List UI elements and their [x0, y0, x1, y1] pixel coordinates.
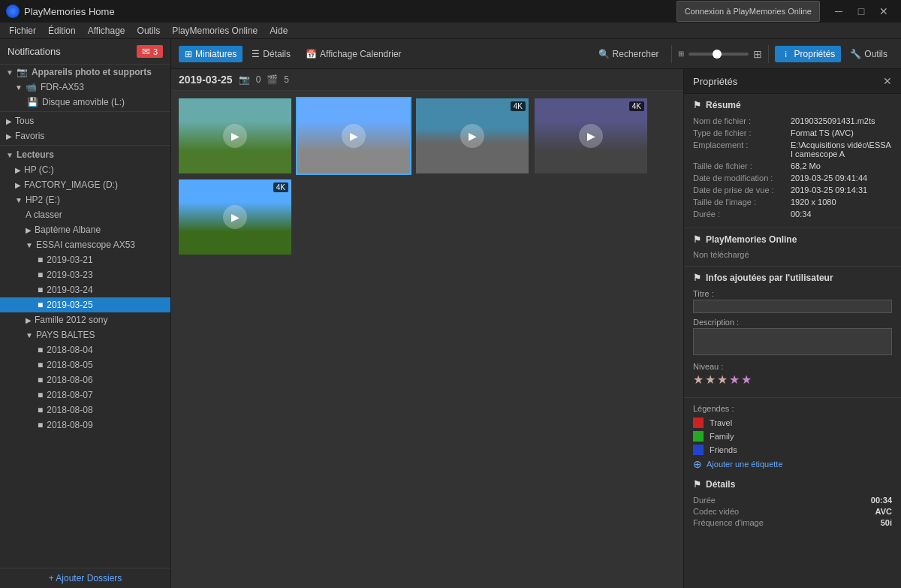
title-bar-right: Connexion à PlayMemories Online ─ □ ✕	[677, 1, 895, 22]
pays-date2-label: 2018-08-05	[47, 360, 92, 370]
search-button[interactable]: 🔍 Rechercher	[592, 46, 665, 62]
play-button-4[interactable]: ▶	[579, 124, 603, 148]
sidebar-item-factory[interactable]: ▶ FACTORY_IMAGE (D:)	[0, 177, 170, 192]
thumbnail-2[interactable]: ▶	[296, 97, 411, 175]
legend-friends[interactable]: Friends	[693, 445, 892, 455]
details-button[interactable]: ☰ Détails	[246, 46, 297, 62]
play-button-1[interactable]: ▶	[223, 124, 247, 148]
chevron-down-icon: ▼	[6, 151, 14, 159]
sidebar-item-disk[interactable]: 💾 Disque amovible (L:)	[0, 95, 170, 110]
star-1[interactable]: ★	[693, 372, 704, 387]
file-size-value: 68,2 Mo	[791, 161, 821, 170]
sidebar-item-date3[interactable]: ■ 2019-03-24	[0, 282, 170, 297]
zoom-slider[interactable]: ⊞ ⊞	[678, 48, 762, 60]
menu-playmemories[interactable]: PlayMemories Online	[166, 24, 264, 38]
calendar-icon: 📅	[306, 49, 317, 59]
star-5[interactable]: ★	[741, 372, 752, 387]
sidebar-item-a-classer[interactable]: A classer	[0, 207, 170, 222]
sidebar-item-lecteurs[interactable]: ▼ Lecteurs	[0, 147, 170, 162]
grid-large-icon: ⊞	[753, 48, 762, 60]
sidebar-item-pays-date1[interactable]: ■ 2018-08-04	[0, 342, 170, 357]
sidebar-item-bapteme[interactable]: ▶ Baptème Albane	[0, 222, 170, 237]
legend-family[interactable]: Family	[693, 431, 892, 442]
thumbnail-4[interactable]: ▶ 4K	[533, 97, 649, 175]
sidebar-item-date1[interactable]: ■ 2019-03-21	[0, 252, 170, 267]
add-tag-button[interactable]: ⊕ Ajouter une étiquette	[693, 458, 892, 470]
stars-rating[interactable]: ★ ★ ★ ★ ★	[693, 372, 892, 387]
sidebar-item-hp2[interactable]: ▼ HP2 (E:)	[0, 192, 170, 207]
date-label: 2019-03-25	[179, 74, 233, 86]
calendrier-button[interactable]: 📅 Affichage Calendrier	[300, 46, 408, 62]
sidebar-item-pays[interactable]: ▼ PAYS BALTES	[0, 327, 170, 342]
close-button[interactable]: ✕	[872, 1, 895, 22]
sidebar-item-pays-date3[interactable]: ■ 2018-08-06	[0, 372, 170, 387]
badge-4k-4: 4K	[629, 101, 644, 111]
add-folder-button[interactable]: + Ajouter Dossiers	[0, 568, 170, 588]
sidebar-item-devices[interactable]: ▼ 📷 Appareils photo et supports	[0, 65, 170, 80]
sidebar-item-famille[interactable]: ▶ Famille 2012 sony	[0, 312, 170, 327]
connect-button[interactable]: Connexion à PlayMemories Online	[677, 1, 820, 22]
sidebar-item-pays-date6[interactable]: ■ 2018-08-09	[0, 418, 170, 433]
legend-travel[interactable]: Travel	[693, 418, 892, 428]
maximize-button[interactable]: □	[850, 1, 872, 22]
camera-count: 0	[256, 74, 261, 85]
menu-fichier[interactable]: Fichier	[3, 24, 42, 38]
niveau-label: Niveau :	[693, 362, 892, 371]
menu-outils[interactable]: Outils	[131, 24, 167, 38]
play-button-3[interactable]: ▶	[460, 124, 484, 148]
chevron-down-icon: ▼	[26, 241, 33, 249]
sidebar-item-favoris[interactable]: ▶ Favoris	[0, 128, 170, 143]
properties-button[interactable]: i Propriétés	[775, 46, 842, 62]
zoom-track[interactable]	[689, 53, 749, 56]
minimize-button[interactable]: ─	[827, 1, 850, 22]
sidebar-item-tous[interactable]: ▶ Tous	[0, 113, 170, 128]
sidebar-item-date2[interactable]: ■ 2019-03-23	[0, 267, 170, 282]
sidebar-item-pays-date5[interactable]: ■ 2018-08-08	[0, 403, 170, 418]
location-value: E:\Acquisitions vidéo\ESSAI camescope A	[791, 140, 892, 158]
pays-date4-label: 2018-08-07	[47, 390, 92, 400]
sidebar-item-essai[interactable]: ▼ ESSAI camescope AX53	[0, 237, 170, 252]
tools-icon: 🔧	[850, 49, 861, 59]
menu-aide[interactable]: Aide	[264, 24, 294, 38]
star-3[interactable]: ★	[717, 372, 728, 387]
main-layout: Notifications ✉ 3 ▼ 📷 Appareils photo et…	[0, 39, 901, 588]
separator	[768, 45, 769, 63]
thumbnail-1[interactable]: ▶	[177, 97, 293, 175]
thumbnail-5[interactable]: ▶ 4K	[177, 178, 293, 256]
sidebar-item-fdr[interactable]: ▼ 📹 FDR-AX53	[0, 80, 170, 95]
play-button-5[interactable]: ▶	[223, 205, 247, 229]
playmemories-section: ⚑ PlayMemories Online Non téléchargé	[684, 228, 901, 267]
zoom-thumb[interactable]	[713, 50, 722, 59]
sidebar-item-date4[interactable]: ■ 2019-03-25	[0, 297, 170, 312]
title-bar: PlayMemories Home Connexion à PlayMemori…	[0, 0, 901, 23]
mod-date-label: Date de modification :	[693, 173, 791, 182]
capture-date-label: Date de prise de vue :	[693, 185, 791, 194]
star-2[interactable]: ★	[705, 372, 716, 387]
pays-label: PAYS BALTES	[36, 330, 95, 340]
resume-title: ⚑ Résumé	[693, 100, 892, 110]
chevron-down-icon: ▼	[26, 331, 33, 339]
a-classer-label: A classer	[26, 210, 62, 220]
notifications-badge[interactable]: ✉ 3	[137, 45, 163, 58]
pm-title: ⚑ PlayMemories Online	[693, 234, 892, 245]
pm-status: Non téléchargé	[693, 250, 749, 259]
sidebar-item-pays-date2[interactable]: ■ 2018-08-05	[0, 357, 170, 372]
description-textarea[interactable]	[693, 328, 892, 355]
menu-edition[interactable]: Édition	[42, 24, 82, 38]
outils-button[interactable]: 🔧 Outils	[844, 46, 893, 62]
sidebar-item-hp-c[interactable]: ▶ HP (C:)	[0, 162, 170, 177]
file-name-row: Nom de fichier : 20190325091431.m2ts	[693, 116, 892, 125]
menu-affichage[interactable]: Affichage	[82, 24, 131, 38]
titre-input[interactable]	[693, 300, 892, 313]
film-icon: 🎬	[267, 74, 278, 85]
date1-label: 2019-03-21	[47, 255, 92, 265]
properties-close-button[interactable]: ✕	[883, 75, 892, 87]
sidebar-item-pays-date4[interactable]: ■ 2018-08-07	[0, 387, 170, 403]
chevron-right-icon: ▶	[6, 117, 12, 125]
grid-icon: ⊞	[185, 49, 192, 59]
thumbnail-3[interactable]: ▶ 4K	[414, 97, 530, 175]
star-4[interactable]: ★	[729, 372, 740, 387]
play-button-2[interactable]: ▶	[342, 124, 366, 148]
toolbar: ⊞ Miniatures ☰ Détails 📅 Affichage Calen…	[171, 39, 901, 69]
miniatures-button[interactable]: ⊞ Miniatures	[179, 46, 243, 62]
